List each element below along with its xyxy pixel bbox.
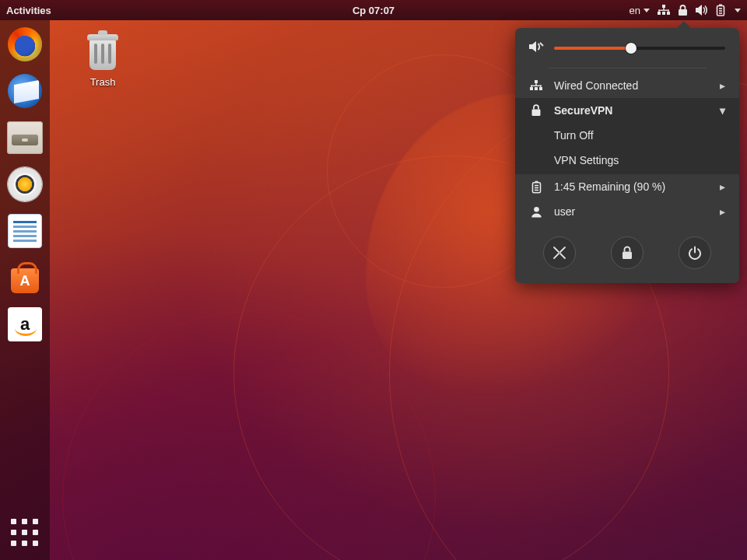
- svg-rect-37: [622, 252, 632, 260]
- volume-icon[interactable]: [696, 5, 708, 16]
- volume-row: [515, 28, 739, 65]
- network-wired-icon: [529, 80, 543, 91]
- svg-rect-21: [539, 87, 542, 90]
- svg-point-32: [534, 207, 539, 212]
- show-applications-button[interactable]: [7, 515, 43, 551]
- user-icon: [529, 206, 543, 218]
- menu-item-label: VPN Settings: [554, 152, 619, 168]
- chevron-down-icon: [644, 9, 650, 12]
- svg-line-35: [554, 247, 559, 252]
- top-bar: Activities Cp 07:07 en: [0, 0, 747, 20]
- dock-app-writer[interactable]: [7, 213, 43, 249]
- volume-slider[interactable]: [554, 47, 725, 50]
- svg-rect-6: [658, 10, 659, 12]
- dock-app-amazon[interactable]: a: [7, 306, 43, 342]
- svg-line-33: [554, 254, 559, 258]
- dock-app-software[interactable]: A: [7, 260, 43, 296]
- clock[interactable]: Cp 07:07: [352, 5, 395, 16]
- svg-rect-26: [532, 110, 541, 117]
- dock-app-files[interactable]: [7, 120, 43, 156]
- svg-rect-2: [662, 12, 665, 15]
- volume-slider-thumb[interactable]: [626, 43, 637, 54]
- battery-icon[interactable]: [716, 4, 725, 16]
- svg-rect-7: [668, 10, 668, 12]
- dock-app-thunderbird[interactable]: [7, 73, 43, 109]
- power-button[interactable]: [679, 236, 711, 269]
- svg-rect-3: [667, 12, 670, 15]
- dock: A a: [0, 20, 50, 560]
- settings-button[interactable]: [543, 236, 576, 269]
- system-menu-chevron-icon[interactable]: [735, 9, 741, 12]
- activities-button[interactable]: Activities: [6, 5, 51, 16]
- menu-item-label: user: [554, 204, 575, 219]
- ubuntu-software-icon: A: [8, 262, 42, 293]
- svg-rect-0: [662, 5, 665, 8]
- menu-item-vpn[interactable]: SecureVPN ▾: [515, 98, 739, 123]
- trash-icon: [84, 30, 121, 73]
- lock-icon: [621, 246, 633, 260]
- vpn-lock-icon: [529, 104, 543, 117]
- vpn-lock-icon[interactable]: [678, 5, 688, 16]
- svg-marker-9: [696, 5, 702, 16]
- system-action-buttons: [515, 224, 739, 272]
- svg-line-34: [560, 247, 565, 252]
- thunderbird-icon: [8, 74, 42, 108]
- amazon-icon: a: [8, 307, 42, 341]
- desktop-icon-trash[interactable]: Trash: [72, 30, 134, 88]
- chevron-right-icon: ▸: [720, 179, 725, 194]
- desktop-icon-label: Trash: [72, 76, 134, 88]
- libreoffice-writer-icon: [8, 214, 42, 248]
- battery-icon: [529, 180, 543, 194]
- network-icon[interactable]: [658, 5, 670, 16]
- firefox-icon: [8, 27, 42, 61]
- svg-rect-11: [719, 5, 722, 6]
- volume-icon: [529, 40, 545, 55]
- keyboard-layout-indicator[interactable]: en: [630, 5, 650, 16]
- menu-item-vpn-settings[interactable]: VPN Settings: [515, 148, 739, 174]
- rhythmbox-icon: [8, 167, 42, 201]
- wallpaper-arc: [62, 311, 436, 560]
- menu-item-label: Wired Connected: [554, 78, 638, 93]
- system-menu-popover: Wired Connected ▸ SecureVPN ▾ Turn Off V…: [515, 28, 739, 283]
- svg-line-16: [540, 43, 543, 46]
- menu-separator: [548, 68, 707, 68]
- menu-item-battery[interactable]: 1:45 Remaining (90 %) ▸: [515, 174, 739, 199]
- svg-rect-23: [531, 86, 541, 86]
- chevron-right-icon: ▸: [720, 204, 725, 219]
- svg-rect-20: [535, 87, 538, 90]
- menu-item-label: 1:45 Remaining (90 %): [554, 179, 665, 194]
- keyboard-layout-label: en: [630, 5, 640, 16]
- svg-rect-8: [679, 9, 687, 16]
- settings-icon: [552, 245, 567, 261]
- svg-rect-25: [540, 86, 541, 88]
- svg-marker-15: [529, 41, 536, 52]
- dock-app-firefox[interactable]: [7, 26, 43, 62]
- power-icon: [688, 246, 702, 260]
- chevron-right-icon: ▸: [720, 78, 725, 93]
- menu-item-user[interactable]: user ▸: [515, 199, 739, 224]
- svg-line-36: [560, 254, 565, 258]
- svg-rect-5: [658, 10, 668, 11]
- svg-rect-24: [531, 86, 531, 88]
- chevron-down-icon: ▾: [720, 103, 725, 118]
- dock-app-rhythmbox[interactable]: [7, 166, 43, 202]
- files-icon: [7, 121, 43, 154]
- svg-rect-19: [530, 87, 533, 90]
- lock-button[interactable]: [611, 236, 644, 269]
- menu-item-network[interactable]: Wired Connected ▸: [515, 73, 739, 98]
- menu-item-label: Turn Off: [554, 128, 594, 143]
- svg-rect-1: [658, 12, 661, 15]
- svg-rect-18: [535, 80, 538, 83]
- menu-item-label: SecureVPN: [554, 103, 612, 118]
- menu-item-vpn-turn-off[interactable]: Turn Off: [515, 123, 739, 148]
- svg-rect-28: [535, 180, 538, 182]
